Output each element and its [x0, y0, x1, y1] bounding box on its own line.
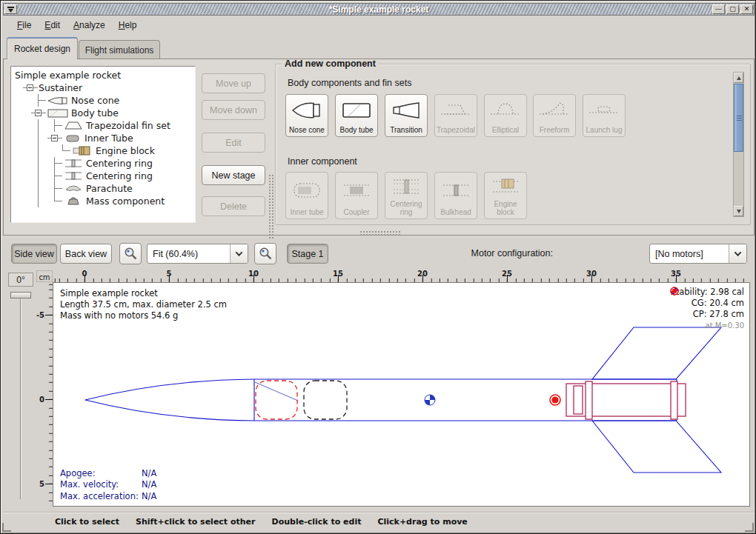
window-menu-button[interactable]: [4, 4, 17, 14]
rocket-view-pane: 0° cm 0 5 10 15 20 25 30 35 -5 0 5: [3, 269, 755, 511]
nose-cone-icon: [291, 101, 322, 120]
mass-component-outline[interactable]: [304, 381, 347, 419]
new-stage-button[interactable]: New stage: [202, 165, 265, 185]
zoom-out-button[interactable]: [119, 243, 142, 264]
rocket-canvas[interactable]: Simple example rocket Length 37.5 cm, ma…: [53, 282, 750, 507]
menu-analyze[interactable]: Analyze: [67, 18, 112, 33]
info-dimensions: Length 37.5 cm, max. diameter 2.5 cm: [60, 299, 227, 310]
tree-row-engine-block[interactable]: Engine block: [13, 144, 195, 157]
component-scrollbar[interactable]: [733, 72, 744, 217]
combo-arrow[interactable]: [729, 244, 746, 263]
tree-row-nose-cone[interactable]: Nose cone: [13, 94, 195, 107]
add-bulkhead-button[interactable]: Bulkhead: [434, 172, 477, 219]
motor-config-combo[interactable]: [No motors]: [649, 244, 747, 264]
tree-row-rocket[interactable]: Simple example rocket: [13, 69, 195, 81]
rotation-slider-thumb[interactable]: [10, 292, 31, 298]
nose-cone-outline[interactable]: [85, 400, 254, 421]
tree-row-body-tube[interactable]: Body tube: [13, 107, 195, 119]
zoom-in-button[interactable]: [254, 243, 276, 264]
parachute-outline[interactable]: [256, 381, 297, 419]
nose-cone-outline[interactable]: [85, 379, 254, 400]
scroll-up-button[interactable]: [734, 73, 743, 83]
arrow-up-icon: [737, 76, 741, 80]
back-view-button[interactable]: Back view: [60, 244, 112, 264]
ruler-unit: cm: [36, 270, 53, 282]
body-tube-icon: [341, 101, 372, 120]
cg-value: CG: 20.4 cm: [692, 298, 744, 309]
tree-row-fin-set[interactable]: Trapezoidal fin set: [13, 119, 195, 132]
inner-tube-outline[interactable]: [566, 384, 686, 416]
centering-ring-1-outline[interactable]: [586, 381, 592, 419]
fin-bottom-outline[interactable]: [592, 421, 721, 473]
tree-row-mass-component[interactable]: Mass component: [13, 195, 195, 207]
tab-flight-simulations[interactable]: Flight simulations: [79, 40, 160, 59]
move-up-button[interactable]: Move up: [202, 73, 265, 93]
close-button[interactable]: ✕: [740, 4, 753, 14]
add-transition-button[interactable]: Transition: [385, 94, 428, 137]
engine-block-outline[interactable]: [574, 386, 583, 414]
fin-icon: [64, 121, 83, 130]
add-elliptical-fin-button[interactable]: Elliptical: [484, 94, 527, 137]
fin-top-outline[interactable]: [592, 327, 721, 379]
expander-icon[interactable]: [35, 110, 42, 116]
acceleration-value: N/A: [142, 491, 156, 501]
stage-1-toggle[interactable]: Stage 1: [287, 244, 328, 264]
add-trapezoidal-fin-button[interactable]: Trapezoidal: [434, 94, 477, 137]
add-inner-tube-button[interactable]: Inner tube: [285, 172, 328, 219]
component-tree[interactable]: Simple example rocket Sustainer Nose con…: [10, 66, 196, 223]
resize-grip-left[interactable]: [2, 523, 11, 532]
side-view-button[interactable]: Side view: [11, 244, 57, 264]
delete-button[interactable]: Delete: [202, 196, 265, 216]
combo-arrow[interactable]: [230, 244, 248, 263]
cg-marker[interactable]: [425, 395, 435, 405]
tree-row-sustainer[interactable]: Sustainer: [13, 81, 195, 94]
menu-file[interactable]: File: [10, 18, 38, 33]
arrow-down-icon: [737, 210, 741, 213]
stability-value: Stability: 2.98 cal: [670, 287, 744, 298]
add-component-group: Add new component Body components and fi…: [275, 64, 751, 225]
cp-marker[interactable]: [550, 395, 560, 405]
tab-rocket-design[interactable]: Rocket design: [7, 37, 78, 59]
coupler-icon: [341, 181, 372, 199]
rocket-info: Simple example rocket Length 37.5 cm, ma…: [60, 288, 227, 321]
add-launch-lug-button[interactable]: Launch lug: [583, 94, 626, 137]
maximize-button[interactable]: ▢: [726, 4, 739, 14]
motor-config-label: Motor configuration:: [471, 248, 553, 258]
tree-row-parachute[interactable]: Parachute: [13, 182, 195, 195]
apogee-label: Apogee:: [60, 468, 142, 480]
velocity-value: N/A: [142, 479, 156, 490]
app-window: *Simple example rocket — ▢ ✕ File Edit A…: [0, 0, 756, 534]
minimize-button[interactable]: —: [712, 4, 725, 14]
tree-row-centering-ring-2[interactable]: Centering ring: [13, 170, 195, 182]
expander-icon[interactable]: [27, 84, 33, 91]
horizontal-splitter[interactable]: [359, 230, 401, 236]
rotation-slider[interactable]: [20, 293, 21, 499]
zoom-level-combo[interactable]: Fit (60.4%): [147, 244, 248, 264]
add-nose-cone-button[interactable]: Nose cone: [285, 94, 328, 137]
view-toolbar: Side view Back view Fit (60.4%) Stage 1 …: [3, 239, 755, 269]
tree-row-inner-tube[interactable]: Inner Tube: [13, 132, 195, 144]
menu-edit[interactable]: Edit: [38, 18, 67, 33]
scrollbar-thumb[interactable]: [734, 84, 743, 152]
add-centering-ring-button[interactable]: Centering ring: [385, 172, 428, 219]
inner-section-label: Inner component: [288, 156, 357, 167]
menu-help[interactable]: Help: [112, 18, 144, 33]
edit-button[interactable]: Edit: [202, 133, 265, 153]
expander-icon[interactable]: [51, 135, 58, 141]
resize-grip-right[interactable]: [745, 523, 754, 532]
nose-cone-icon: [47, 96, 68, 105]
trapezoidal-fin-icon: [440, 101, 472, 120]
move-down-button[interactable]: Move down: [202, 100, 265, 120]
info-mass: Mass with no motors 54.6 g: [60, 310, 227, 321]
scroll-down-button[interactable]: [734, 206, 743, 216]
add-freeform-fin-button[interactable]: Freeform: [533, 94, 576, 137]
apogee-value: N/A: [142, 468, 156, 478]
nose-shoulder-line: [255, 382, 298, 401]
add-coupler-button[interactable]: Coupler: [335, 172, 378, 219]
parachute-icon: [64, 184, 83, 193]
add-engine-block-button[interactable]: Engine block: [484, 172, 527, 219]
body-section-label: Body components and fin sets: [288, 78, 411, 88]
centering-ring-2-outline[interactable]: [671, 381, 677, 419]
tree-row-centering-ring-1[interactable]: Centering ring: [13, 157, 195, 170]
add-body-tube-button[interactable]: Body tube: [335, 94, 378, 137]
